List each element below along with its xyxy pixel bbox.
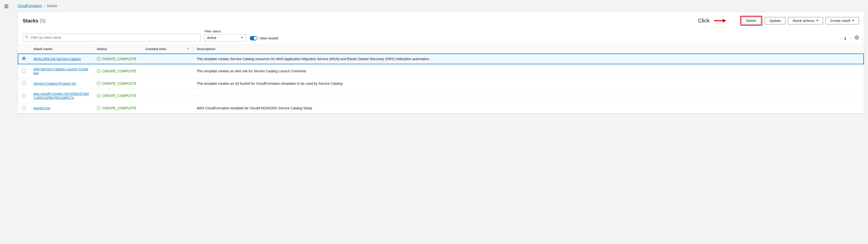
stack-actions-label: Stack actions <box>793 19 814 23</box>
search-icon <box>25 36 29 40</box>
status-text: CREATE_COMPLETE <box>102 69 136 73</box>
prev-page[interactable]: ‹ <box>840 37 841 40</box>
next-page[interactable]: › <box>849 37 851 40</box>
delete-highlight: Delete <box>740 16 762 26</box>
caret-down-icon <box>852 20 855 22</box>
description-text: This template creates an S3 bucket for C… <box>193 78 864 89</box>
filter-status-select[interactable]: Active <box>205 34 246 41</box>
sort-desc-icon: ▼ <box>186 47 190 51</box>
col-header-name[interactable]: Stack name <box>30 44 93 54</box>
row-radio[interactable] <box>22 81 26 85</box>
col-header-created-label: Created time <box>146 47 166 51</box>
table-row[interactable]: IAM-Service-Catalog-Launch-Constraint✓CR… <box>18 64 864 78</box>
status-text: CREATE_COMPLETE <box>102 94 136 98</box>
description-text: This template creates an IAM role for Se… <box>193 64 864 78</box>
description-text: This template creates Service Catalog re… <box>193 54 864 64</box>
status-badge: ✓CREATE_COMPLETE <box>97 57 138 61</box>
page-number: 1 <box>844 37 846 40</box>
filter-status-value: Active <box>207 36 216 40</box>
click-annotation: Click <box>698 18 710 24</box>
col-header-status[interactable]: Status <box>93 44 142 54</box>
row-radio[interactable] <box>22 69 26 73</box>
update-button[interactable]: Update <box>765 17 785 24</box>
breadcrumb-current: Stacks <box>47 4 57 8</box>
stack-name-link[interactable]: MGN-DRS-Init-Service-Catalog <box>33 57 81 61</box>
breadcrumb-root[interactable]: CloudFormation <box>18 4 42 8</box>
arrow-annotation <box>714 18 726 23</box>
check-circle-icon: ✓ <box>97 94 101 98</box>
create-stack-label: Create stack <box>830 19 850 23</box>
caret-down-icon <box>816 20 818 22</box>
row-radio[interactable] <box>22 94 26 97</box>
row-radio[interactable] <box>22 57 26 60</box>
stack-name-link[interactable]: IAM-Service-Catalog-Launch-Constraint <box>33 67 89 75</box>
table-row[interactable]: aws-cloud9-mgndrs-init-6260e37e947c4951b… <box>18 89 864 103</box>
page-title: Stacks (5) <box>23 18 46 24</box>
table-row[interactable]: MGN-DRS-Init-Service-Catalog✓CREATE_COMP… <box>18 54 864 64</box>
stack-actions-button[interactable]: Stack actions <box>788 17 823 24</box>
status-text: CREATE_COMPLETE <box>102 81 136 85</box>
row-radio[interactable] <box>22 106 26 110</box>
hamburger-menu[interactable] <box>4 4 9 9</box>
breadcrumb: CloudFormation › Stacks <box>18 4 864 8</box>
svg-line-3 <box>27 38 28 39</box>
stacks-table: Stack name Status Created time ▼ Descrip… <box>18 44 864 113</box>
filter-status-label: Filter status <box>205 30 246 33</box>
created-time <box>142 64 193 78</box>
caret-down-icon <box>241 37 243 38</box>
col-header-description[interactable]: Description <box>193 44 864 54</box>
stack-name-link[interactable]: mgndrs-init <box>33 106 50 110</box>
svg-point-2 <box>25 36 28 38</box>
menu-icon <box>4 4 9 9</box>
check-circle-icon: ✓ <box>97 69 101 73</box>
stack-name-link[interactable]: Service-Catalog-Product-S3 <box>33 81 76 85</box>
status-badge: ✓CREATE_COMPLETE <box>97 106 138 110</box>
chevron-right-icon: › <box>44 4 45 8</box>
table-row[interactable]: Service-Catalog-Product-S3✓CREATE_COMPLE… <box>18 78 864 89</box>
table-row[interactable]: mgndrs-init✓CREATE_COMPLETEAWS CloudForm… <box>18 103 864 113</box>
title-text: Stacks <box>23 18 38 23</box>
col-header-created[interactable]: Created time ▼ <box>142 44 193 54</box>
description-text: AWS CloudFormation template for Cloud9 M… <box>193 103 864 113</box>
gear-icon <box>855 35 859 40</box>
delete-button[interactable]: Delete <box>742 17 761 24</box>
title-count: (5) <box>40 18 45 23</box>
view-nested-toggle[interactable] <box>250 36 257 40</box>
created-time <box>142 78 193 89</box>
created-time <box>142 54 193 64</box>
status-badge: ✓CREATE_COMPLETE <box>97 94 138 98</box>
create-stack-button[interactable]: Create stack <box>826 17 859 24</box>
view-nested-label: View nested <box>259 36 278 40</box>
status-text: CREATE_COMPLETE <box>102 57 136 61</box>
settings-button[interactable] <box>855 35 859 41</box>
status-badge: ✓CREATE_COMPLETE <box>97 81 138 85</box>
status-text: CREATE_COMPLETE <box>102 106 136 110</box>
created-time <box>142 89 193 103</box>
stack-name-link[interactable]: aws-cloud9-mgndrs-init-6260e37e947c4951b… <box>33 92 89 100</box>
check-circle-icon: ✓ <box>97 81 101 85</box>
search-input[interactable] <box>23 34 200 41</box>
check-circle-icon: ✓ <box>97 57 101 61</box>
pagination: ‹ 1 › <box>840 37 851 41</box>
svg-marker-1 <box>723 19 726 23</box>
created-time <box>142 103 193 113</box>
check-circle-icon: ✓ <box>97 106 101 110</box>
description-text: - <box>193 89 864 103</box>
status-badge: ✓CREATE_COMPLETE <box>97 69 138 73</box>
stacks-panel: Stacks (5) Click ⟳ Delete Update Stack a… <box>18 12 864 114</box>
